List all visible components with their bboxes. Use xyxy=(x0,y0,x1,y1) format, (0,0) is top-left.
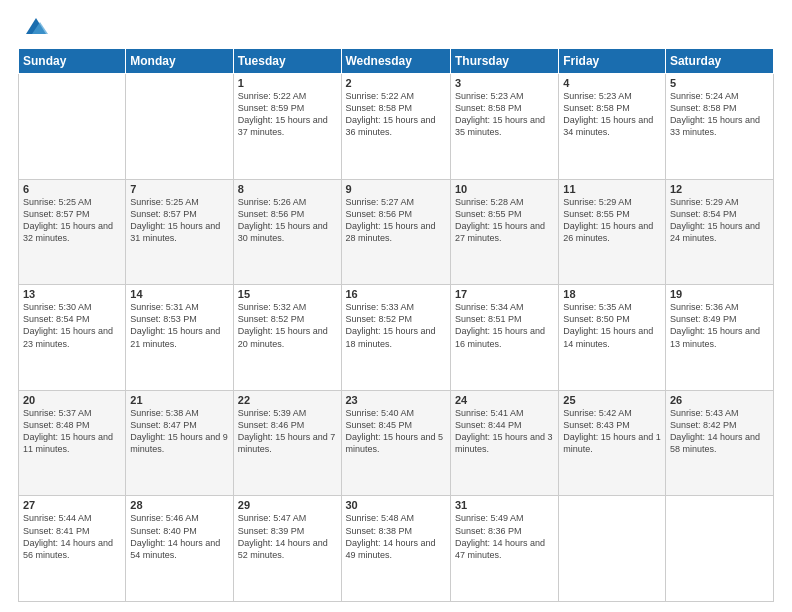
day-info: Sunrise: 5:48 AM Sunset: 8:38 PM Dayligh… xyxy=(346,512,446,561)
day-info: Sunrise: 5:30 AM Sunset: 8:54 PM Dayligh… xyxy=(23,301,121,350)
day-info: Sunrise: 5:38 AM Sunset: 8:47 PM Dayligh… xyxy=(130,407,228,456)
day-number: 29 xyxy=(238,499,337,511)
day-number: 26 xyxy=(670,394,769,406)
day-info: Sunrise: 5:36 AM Sunset: 8:49 PM Dayligh… xyxy=(670,301,769,350)
day-number: 23 xyxy=(346,394,446,406)
day-info: Sunrise: 5:40 AM Sunset: 8:45 PM Dayligh… xyxy=(346,407,446,456)
day-number: 24 xyxy=(455,394,554,406)
day-number: 20 xyxy=(23,394,121,406)
day-info: Sunrise: 5:32 AM Sunset: 8:52 PM Dayligh… xyxy=(238,301,337,350)
day-cell: 3Sunrise: 5:23 AM Sunset: 8:58 PM Daylig… xyxy=(450,74,558,180)
day-cell: 2Sunrise: 5:22 AM Sunset: 8:58 PM Daylig… xyxy=(341,74,450,180)
day-info: Sunrise: 5:39 AM Sunset: 8:46 PM Dayligh… xyxy=(238,407,337,456)
day-number: 16 xyxy=(346,288,446,300)
day-cell: 23Sunrise: 5:40 AM Sunset: 8:45 PM Dayli… xyxy=(341,390,450,496)
day-cell: 14Sunrise: 5:31 AM Sunset: 8:53 PM Dayli… xyxy=(126,285,233,391)
day-cell: 30Sunrise: 5:48 AM Sunset: 8:38 PM Dayli… xyxy=(341,496,450,602)
day-info: Sunrise: 5:26 AM Sunset: 8:56 PM Dayligh… xyxy=(238,196,337,245)
day-info: Sunrise: 5:25 AM Sunset: 8:57 PM Dayligh… xyxy=(130,196,228,245)
day-info: Sunrise: 5:27 AM Sunset: 8:56 PM Dayligh… xyxy=(346,196,446,245)
day-info: Sunrise: 5:42 AM Sunset: 8:43 PM Dayligh… xyxy=(563,407,661,456)
day-number: 25 xyxy=(563,394,661,406)
day-info: Sunrise: 5:47 AM Sunset: 8:39 PM Dayligh… xyxy=(238,512,337,561)
day-cell: 26Sunrise: 5:43 AM Sunset: 8:42 PM Dayli… xyxy=(665,390,773,496)
day-info: Sunrise: 5:23 AM Sunset: 8:58 PM Dayligh… xyxy=(455,90,554,139)
day-info: Sunrise: 5:29 AM Sunset: 8:55 PM Dayligh… xyxy=(563,196,661,245)
day-cell: 19Sunrise: 5:36 AM Sunset: 8:49 PM Dayli… xyxy=(665,285,773,391)
day-cell: 9Sunrise: 5:27 AM Sunset: 8:56 PM Daylig… xyxy=(341,179,450,285)
day-number: 21 xyxy=(130,394,228,406)
header xyxy=(18,16,774,40)
week-row-0: 1Sunrise: 5:22 AM Sunset: 8:59 PM Daylig… xyxy=(19,74,774,180)
calendar-table: SundayMondayTuesdayWednesdayThursdayFrid… xyxy=(18,48,774,602)
day-number: 14 xyxy=(130,288,228,300)
day-info: Sunrise: 5:28 AM Sunset: 8:55 PM Dayligh… xyxy=(455,196,554,245)
day-cell: 25Sunrise: 5:42 AM Sunset: 8:43 PM Dayli… xyxy=(559,390,666,496)
day-cell: 15Sunrise: 5:32 AM Sunset: 8:52 PM Dayli… xyxy=(233,285,341,391)
day-cell: 27Sunrise: 5:44 AM Sunset: 8:41 PM Dayli… xyxy=(19,496,126,602)
calendar-body: 1Sunrise: 5:22 AM Sunset: 8:59 PM Daylig… xyxy=(19,74,774,602)
week-row-1: 6Sunrise: 5:25 AM Sunset: 8:57 PM Daylig… xyxy=(19,179,774,285)
day-cell: 13Sunrise: 5:30 AM Sunset: 8:54 PM Dayli… xyxy=(19,285,126,391)
day-info: Sunrise: 5:37 AM Sunset: 8:48 PM Dayligh… xyxy=(23,407,121,456)
day-cell: 10Sunrise: 5:28 AM Sunset: 8:55 PM Dayli… xyxy=(450,179,558,285)
day-number: 3 xyxy=(455,77,554,89)
day-number: 8 xyxy=(238,183,337,195)
week-row-4: 27Sunrise: 5:44 AM Sunset: 8:41 PM Dayli… xyxy=(19,496,774,602)
day-info: Sunrise: 5:29 AM Sunset: 8:54 PM Dayligh… xyxy=(670,196,769,245)
calendar-header: SundayMondayTuesdayWednesdayThursdayFrid… xyxy=(19,49,774,74)
day-info: Sunrise: 5:44 AM Sunset: 8:41 PM Dayligh… xyxy=(23,512,121,561)
day-cell: 12Sunrise: 5:29 AM Sunset: 8:54 PM Dayli… xyxy=(665,179,773,285)
day-info: Sunrise: 5:24 AM Sunset: 8:58 PM Dayligh… xyxy=(670,90,769,139)
day-number: 10 xyxy=(455,183,554,195)
day-cell: 7Sunrise: 5:25 AM Sunset: 8:57 PM Daylig… xyxy=(126,179,233,285)
day-cell xyxy=(126,74,233,180)
day-cell: 28Sunrise: 5:46 AM Sunset: 8:40 PM Dayli… xyxy=(126,496,233,602)
day-number: 7 xyxy=(130,183,228,195)
day-info: Sunrise: 5:49 AM Sunset: 8:36 PM Dayligh… xyxy=(455,512,554,561)
logo xyxy=(18,16,50,40)
day-number: 13 xyxy=(23,288,121,300)
day-number: 12 xyxy=(670,183,769,195)
day-cell xyxy=(19,74,126,180)
logo-icon xyxy=(22,12,50,40)
day-number: 5 xyxy=(670,77,769,89)
day-number: 9 xyxy=(346,183,446,195)
day-cell: 16Sunrise: 5:33 AM Sunset: 8:52 PM Dayli… xyxy=(341,285,450,391)
day-info: Sunrise: 5:22 AM Sunset: 8:58 PM Dayligh… xyxy=(346,90,446,139)
page: SundayMondayTuesdayWednesdayThursdayFrid… xyxy=(0,0,792,612)
day-info: Sunrise: 5:23 AM Sunset: 8:58 PM Dayligh… xyxy=(563,90,661,139)
day-cell: 24Sunrise: 5:41 AM Sunset: 8:44 PM Dayli… xyxy=(450,390,558,496)
day-cell: 21Sunrise: 5:38 AM Sunset: 8:47 PM Dayli… xyxy=(126,390,233,496)
header-cell-sunday: Sunday xyxy=(19,49,126,74)
day-cell xyxy=(665,496,773,602)
day-info: Sunrise: 5:22 AM Sunset: 8:59 PM Dayligh… xyxy=(238,90,337,139)
day-number: 6 xyxy=(23,183,121,195)
day-number: 15 xyxy=(238,288,337,300)
header-cell-friday: Friday xyxy=(559,49,666,74)
header-cell-monday: Monday xyxy=(126,49,233,74)
header-row: SundayMondayTuesdayWednesdayThursdayFrid… xyxy=(19,49,774,74)
day-number: 17 xyxy=(455,288,554,300)
day-number: 11 xyxy=(563,183,661,195)
day-cell: 4Sunrise: 5:23 AM Sunset: 8:58 PM Daylig… xyxy=(559,74,666,180)
day-cell: 17Sunrise: 5:34 AM Sunset: 8:51 PM Dayli… xyxy=(450,285,558,391)
day-number: 4 xyxy=(563,77,661,89)
day-info: Sunrise: 5:43 AM Sunset: 8:42 PM Dayligh… xyxy=(670,407,769,456)
day-number: 1 xyxy=(238,77,337,89)
day-number: 2 xyxy=(346,77,446,89)
day-cell: 18Sunrise: 5:35 AM Sunset: 8:50 PM Dayli… xyxy=(559,285,666,391)
week-row-2: 13Sunrise: 5:30 AM Sunset: 8:54 PM Dayli… xyxy=(19,285,774,391)
day-number: 31 xyxy=(455,499,554,511)
header-cell-saturday: Saturday xyxy=(665,49,773,74)
day-number: 18 xyxy=(563,288,661,300)
day-cell xyxy=(559,496,666,602)
day-info: Sunrise: 5:33 AM Sunset: 8:52 PM Dayligh… xyxy=(346,301,446,350)
day-cell: 20Sunrise: 5:37 AM Sunset: 8:48 PM Dayli… xyxy=(19,390,126,496)
day-cell: 6Sunrise: 5:25 AM Sunset: 8:57 PM Daylig… xyxy=(19,179,126,285)
day-info: Sunrise: 5:41 AM Sunset: 8:44 PM Dayligh… xyxy=(455,407,554,456)
day-info: Sunrise: 5:34 AM Sunset: 8:51 PM Dayligh… xyxy=(455,301,554,350)
day-cell: 22Sunrise: 5:39 AM Sunset: 8:46 PM Dayli… xyxy=(233,390,341,496)
day-info: Sunrise: 5:35 AM Sunset: 8:50 PM Dayligh… xyxy=(563,301,661,350)
day-number: 22 xyxy=(238,394,337,406)
